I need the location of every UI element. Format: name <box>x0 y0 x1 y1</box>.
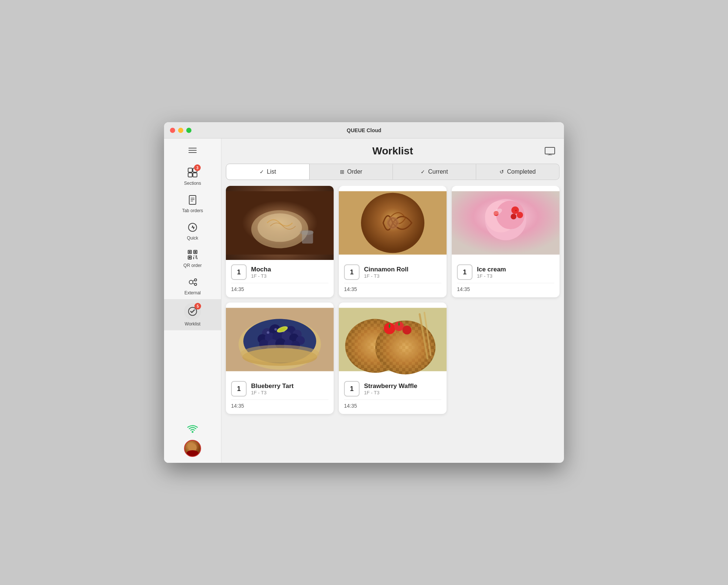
card-image-blueberry <box>226 302 334 377</box>
tab-current-label: Current <box>428 168 448 175</box>
tab-orders-icon <box>186 193 199 207</box>
worklist-badge: 5 <box>194 303 201 310</box>
qr-order-icon <box>186 248 199 261</box>
external-label: External <box>184 290 201 295</box>
svg-point-86 <box>403 325 411 334</box>
card-text-icecream: Ice cream 1F - T3 <box>477 266 554 279</box>
svg-point-69 <box>267 331 269 334</box>
card-location-blueberry: 1F - T3 <box>251 390 328 395</box>
card-divider-cinnamon <box>344 283 441 283</box>
qty-box-cinnamon: 1 <box>344 264 360 280</box>
main-header: Worklist <box>221 138 564 164</box>
card-text-mocha: Mocha 1F - T3 <box>251 266 328 279</box>
menu-line <box>188 152 197 153</box>
sidebar-item-tab-orders[interactable]: Tab orders <box>164 190 221 217</box>
svg-rect-28 <box>545 147 555 154</box>
card-divider-icecream <box>457 283 554 283</box>
sections-badge: 3 <box>194 164 201 171</box>
card-time-mocha: 14:35 <box>231 286 328 292</box>
page-title: Worklist <box>373 145 413 157</box>
current-check-icon: ✓ <box>421 169 425 175</box>
card-image-icecream: ♥ <box>452 186 560 260</box>
card-location-mocha: 1F - T3 <box>251 273 328 279</box>
card-location-waffle: 1F - T3 <box>364 390 441 395</box>
qty-box-mocha: 1 <box>231 264 247 280</box>
svg-rect-4 <box>189 195 196 204</box>
tab-current[interactable]: ✓ Current <box>393 164 476 180</box>
close-button[interactable] <box>170 128 175 133</box>
qty-box-waffle: 1 <box>344 381 360 397</box>
completed-history-icon: ↺ <box>500 169 504 175</box>
sidebar-item-quick[interactable]: Quick <box>164 217 221 244</box>
tab-completed[interactable]: ↺ Completed <box>476 164 560 180</box>
card-text-cinnamon: Cinnamon Roll 1F - T3 <box>364 266 441 279</box>
svg-point-21 <box>189 280 193 284</box>
tab-completed-label: Completed <box>507 168 535 175</box>
card-waffle[interactable]: 1 Strawberry Waffle 1F - T3 14:35 <box>339 302 447 414</box>
tab-order-label: Order <box>347 168 363 175</box>
app-window: QUEUE Cloud 3 <box>164 122 564 463</box>
card-divider-mocha <box>231 283 328 283</box>
minimize-button[interactable] <box>178 128 183 133</box>
card-info-blueberry: 1 Blueberry Tart 1F - T3 14:35 <box>226 377 334 414</box>
svg-point-22 <box>194 279 197 281</box>
food-grid: 1 Mocha 1F - T3 14:35 <box>221 186 564 463</box>
card-mocha[interactable]: 1 Mocha 1F - T3 14:35 <box>226 186 334 297</box>
svg-point-70 <box>274 328 277 331</box>
card-time-blueberry: 14:35 <box>231 403 328 409</box>
svg-rect-0 <box>188 168 192 172</box>
svg-point-45 <box>517 212 523 218</box>
maximize-button[interactable] <box>186 128 191 133</box>
card-icecream[interactable]: ♥ 1 Ice cream 1F - T3 14:35 <box>452 186 560 297</box>
sidebar-item-external[interactable]: External <box>164 272 221 299</box>
menu-button[interactable] <box>184 142 201 158</box>
display-icon[interactable] <box>543 144 557 158</box>
card-info-mocha: 1 Mocha 1F - T3 14:35 <box>226 260 334 297</box>
app-title: QUEUE Cloud <box>347 127 381 133</box>
avatar[interactable] <box>184 440 201 457</box>
titlebar: QUEUE Cloud <box>164 122 564 138</box>
svg-line-24 <box>193 280 194 281</box>
card-divider-waffle <box>344 400 441 400</box>
sidebar-item-qr-order[interactable]: QR order <box>164 244 221 272</box>
sidebar-bottom <box>184 424 201 463</box>
card-blueberry[interactable]: 1 Blueberry Tart 1F - T3 14:35 <box>226 302 334 414</box>
card-time-cinnamon: 14:35 <box>344 286 441 292</box>
sidebar-item-worklist[interactable]: 5 Worklist <box>164 299 221 330</box>
main-content: Worklist ✓ List <box>221 138 564 463</box>
sections-icon: 3 <box>186 166 199 179</box>
tab-order[interactable]: ⊞ Order <box>310 164 393 180</box>
card-name-mocha: Mocha <box>251 266 328 273</box>
card-name-cinnamon: Cinnamon Roll <box>364 266 441 273</box>
card-name-icecream: Ice cream <box>477 266 554 273</box>
qr-order-label: QR order <box>183 263 201 268</box>
card-top-blueberry: 1 Blueberry Tart 1F - T3 <box>231 381 328 397</box>
card-name-blueberry: Blueberry Tart <box>251 382 328 390</box>
svg-point-27 <box>192 431 194 433</box>
qty-box-blueberry: 1 <box>231 381 247 397</box>
card-top-cinnamon: 1 Cinnamon Roll 1F - T3 <box>344 264 441 280</box>
card-info-waffle: 1 Strawberry Waffle 1F - T3 14:35 <box>339 377 447 414</box>
menu-line <box>188 150 197 151</box>
card-info-cinnamon: 1 Cinnamon Roll 1F - T3 14:35 <box>339 260 447 297</box>
quick-icon <box>186 221 199 234</box>
worklist-icon: 5 <box>184 303 201 320</box>
list-check-icon: ✓ <box>260 169 264 175</box>
avatar-body <box>187 450 198 456</box>
svg-point-75 <box>240 345 320 363</box>
worklist-label: Worklist <box>185 321 200 327</box>
card-image-mocha <box>226 186 334 260</box>
avatar-image <box>185 441 200 456</box>
sidebar-item-sections[interactable]: 3 Sections <box>164 162 221 190</box>
card-time-waffle: 14:35 <box>344 403 441 409</box>
external-icon <box>186 275 199 289</box>
card-cinnamon[interactable]: 1 Cinnamon Roll 1F - T3 14:35 <box>339 186 447 297</box>
svg-point-23 <box>194 283 197 285</box>
svg-rect-12 <box>189 251 191 253</box>
card-text-waffle: Strawberry Waffle 1F - T3 <box>364 382 441 395</box>
tab-list[interactable]: ✓ List <box>226 164 310 180</box>
order-grid-icon: ⊞ <box>340 169 344 175</box>
card-top-icecream: 1 Ice cream 1F - T3 <box>457 264 554 280</box>
svg-rect-36 <box>302 231 313 243</box>
svg-line-25 <box>193 283 194 284</box>
